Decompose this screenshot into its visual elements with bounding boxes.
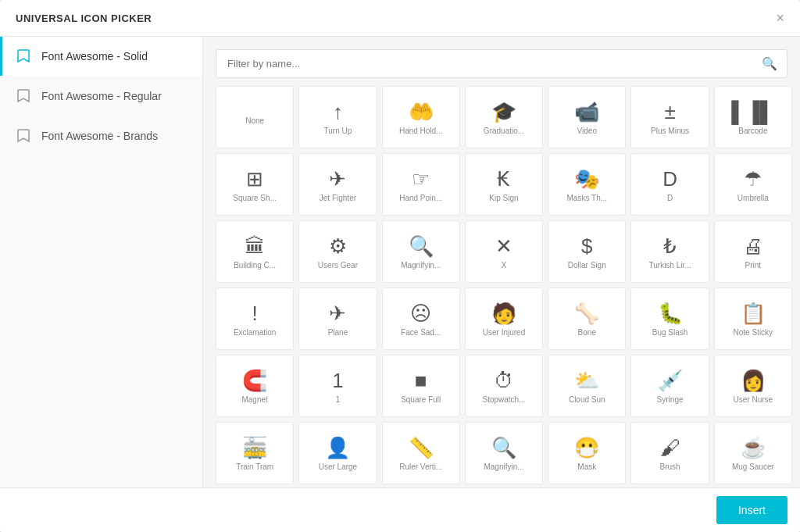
search-button[interactable]: 🔍 xyxy=(752,50,787,77)
icon-label: User Injured xyxy=(483,328,525,337)
icon-cell[interactable]: 🎓Graduatio... xyxy=(465,86,543,148)
icon-label: Magnet xyxy=(241,395,267,405)
icon-glyph: ₺ xyxy=(663,236,677,256)
icon-label: Masks Th... xyxy=(567,194,608,203)
icon-glyph: $ xyxy=(581,236,592,256)
icon-label: Face Sad... xyxy=(401,328,441,337)
icon-cell[interactable]: 🎭Masks Th... xyxy=(548,153,626,216)
icon-label: Jet Fighter xyxy=(320,194,356,203)
icon-label: Note Sticky xyxy=(734,328,773,337)
icon-cell[interactable]: 📋Note Sticky xyxy=(714,287,792,350)
icons-scroll-area[interactable]: None↑Turn Up🤲Hand Hold...🎓Graduatio...📹V… xyxy=(203,86,800,487)
icon-cell[interactable]: ▌▐▌Barcode xyxy=(714,86,792,148)
icon-cell[interactable]: 🧲Magnet xyxy=(216,355,294,417)
icon-cell[interactable]: ✕X xyxy=(465,220,543,283)
sidebar-label-solid: Font Awesome - Solid xyxy=(41,50,148,62)
icon-cell[interactable]: $Dollar Sign xyxy=(548,220,626,283)
icon-label: Umbrella xyxy=(738,194,769,203)
icon-cell[interactable]: ⊞Square Sh... xyxy=(216,153,294,216)
icon-cell[interactable]: 🧑User Injured xyxy=(465,287,543,350)
sidebar-item-solid[interactable]: Font Awesome - Solid xyxy=(0,37,202,76)
icon-glyph: 🖌 xyxy=(660,437,680,458)
icon-cell[interactable]: ☞Hand Poin... xyxy=(382,153,460,216)
icon-cell[interactable]: 😷Mask xyxy=(548,422,626,484)
icon-glyph: ☂ xyxy=(744,169,762,189)
icon-label: Syringe xyxy=(657,395,684,405)
icon-cell[interactable]: ☕Mug Saucer xyxy=(714,422,792,484)
icon-glyph: 🧑 xyxy=(491,303,516,323)
icon-glyph: 🧲 xyxy=(242,370,267,391)
icon-label: Ruler Verti... xyxy=(399,462,442,472)
icon-cell[interactable]: !Exclamation xyxy=(216,287,294,350)
icon-cell[interactable]: 🤲Hand Hold... xyxy=(382,86,460,148)
sidebar-item-brands[interactable]: Font Awesome - Brands xyxy=(0,116,202,155)
sidebar-item-regular[interactable]: Font Awesome - Regular xyxy=(0,77,202,116)
icon-cell[interactable]: DD xyxy=(630,153,709,216)
icon-glyph: ⛅ xyxy=(574,370,599,391)
icon-glyph: 🚋 xyxy=(242,437,267,458)
icon-label: Square Full xyxy=(401,395,441,405)
icon-cell[interactable]: 👤User Large xyxy=(298,422,377,484)
modal-footer: Insert xyxy=(0,487,800,532)
icon-glyph: 📋 xyxy=(741,303,766,323)
icon-label: Plane xyxy=(328,328,348,337)
icon-cell[interactable]: 💉Syringe xyxy=(630,355,709,417)
icon-glyph: ± xyxy=(664,102,675,122)
sidebar: Font Awesome - Solid Font Awesome - Regu… xyxy=(0,37,203,487)
icon-glyph: ☕ xyxy=(741,437,766,458)
icon-label: Turkish Lir... xyxy=(649,261,691,270)
icon-cell[interactable]: ■Square Full xyxy=(382,355,460,417)
icon-glyph: ▌▐▌ xyxy=(731,102,774,122)
icon-label: Turn Up xyxy=(324,127,352,136)
icon-label: Users Gear xyxy=(318,261,358,270)
icon-label: Bug Slash xyxy=(652,328,688,337)
icon-cell[interactable]: ☂Umbrella xyxy=(714,153,792,216)
icon-glyph: ✕ xyxy=(495,236,512,256)
icon-cell[interactable]: ⛅Cloud Sun xyxy=(548,355,626,417)
icon-cell[interactable]: ±Plus Minus xyxy=(630,86,709,148)
modal-title: UNIVERSAL ICON PICKER xyxy=(16,12,152,24)
icon-cell[interactable]: ✈Jet Fighter xyxy=(298,153,377,216)
icon-cell[interactable]: ☹Face Sad... xyxy=(382,287,460,350)
sidebar-icon-solid xyxy=(15,48,32,65)
icon-label: 1 xyxy=(336,395,341,405)
icon-cell[interactable]: 👩User Nurse xyxy=(714,355,792,417)
icon-cell[interactable]: ✈Plane xyxy=(298,287,377,350)
icon-cell[interactable]: None xyxy=(216,86,294,148)
close-button[interactable]: × xyxy=(776,11,784,25)
icon-cell[interactable]: 🦴Bone xyxy=(548,287,626,350)
search-input[interactable] xyxy=(216,50,752,77)
icon-cell[interactable]: ⏱Stopwatch... xyxy=(465,355,543,417)
icon-glyph: 🖨 xyxy=(743,236,763,256)
insert-button[interactable]: Insert xyxy=(716,496,788,524)
icon-glyph: 😷 xyxy=(574,437,599,458)
icon-cell[interactable]: ₭Kip Sign xyxy=(465,153,543,216)
icon-label: Mask xyxy=(577,462,596,472)
icon-label: User Nurse xyxy=(734,395,773,405)
icon-cell[interactable]: 🚋Train Tram xyxy=(216,422,294,484)
icon-glyph: ₭ xyxy=(497,169,510,189)
icon-cell[interactable]: 📹Video xyxy=(548,86,626,148)
icon-cell[interactable]: 🖌Brush xyxy=(630,422,709,484)
icon-label: Plus Minus xyxy=(651,127,689,136)
icon-label: Exclamation xyxy=(234,328,276,337)
icon-label: Bone xyxy=(578,328,596,337)
icon-glyph: 🐛 xyxy=(658,303,683,323)
icon-cell[interactable]: ₺Turkish Lir... xyxy=(630,220,709,283)
icon-cell[interactable]: ⚙Users Gear xyxy=(298,220,377,283)
search-wrapper: 🔍 xyxy=(216,49,788,78)
sidebar-icon-regular xyxy=(15,87,32,105)
icon-cell[interactable]: 11 xyxy=(298,355,377,417)
sidebar-label-brands: Font Awesome - Brands xyxy=(41,130,158,142)
icon-cell[interactable]: 🐛Bug Slash xyxy=(630,287,709,350)
icon-cell[interactable]: 🖨Print xyxy=(714,220,792,283)
icon-cell[interactable]: 📏Ruler Verti... xyxy=(382,422,460,484)
icon-cell[interactable]: ↑Turn Up xyxy=(298,86,377,148)
icon-label: Print xyxy=(745,261,762,270)
icon-label: Hand Hold... xyxy=(399,127,443,136)
icon-cell[interactable]: 🔍Magnifyin... xyxy=(382,220,460,283)
icon-cell[interactable]: 🏛Building C... xyxy=(216,220,294,283)
icon-cell[interactable]: 🔍Magnifyin... xyxy=(465,422,543,484)
modal-header: UNIVERSAL ICON PICKER × xyxy=(0,0,800,37)
sidebar-icon-brands xyxy=(15,127,32,145)
